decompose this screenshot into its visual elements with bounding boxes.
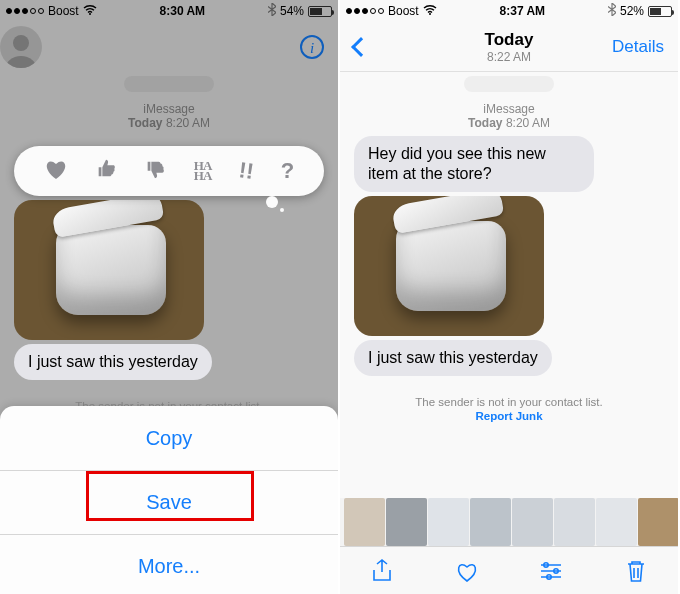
- thumbnail[interactable]: [386, 498, 427, 546]
- thumbnail[interactable]: [596, 498, 637, 546]
- action-more[interactable]: More...: [0, 534, 338, 594]
- nav-bar: Today 8:22 AM Details: [340, 22, 678, 72]
- photo-thumbnail-strip[interactable]: [340, 498, 678, 546]
- thumbnail[interactable]: [428, 498, 469, 546]
- unknown-sender-warning: The sender is not in your contact list. …: [340, 396, 678, 422]
- message-attachment-image[interactable]: [354, 196, 544, 336]
- message-bubble-outgoing[interactable]: I just saw this yesterday: [14, 344, 212, 380]
- share-icon[interactable]: [369, 558, 395, 584]
- thumbnail[interactable]: [344, 498, 385, 546]
- thumbnail[interactable]: [512, 498, 553, 546]
- action-sheet: Copy Save More...: [0, 406, 338, 594]
- battery-icon: [648, 6, 672, 17]
- timestamp-label: iMessage Today 8:20 AM: [340, 102, 678, 130]
- battery-pct: 52%: [620, 4, 644, 18]
- bluetooth-icon: [608, 3, 616, 19]
- status-bar: Boost 8:37 AM 52%: [340, 0, 678, 22]
- heart-icon[interactable]: [454, 558, 480, 584]
- screenshot-right: Boost 8:37 AM 52% Today 8:22 AM Details …: [340, 0, 680, 594]
- thumbnail[interactable]: [554, 498, 595, 546]
- tapback-haha-icon[interactable]: HA HA: [194, 161, 212, 182]
- action-save[interactable]: Save: [0, 470, 338, 534]
- tapback-question-icon[interactable]: ?: [281, 158, 294, 184]
- tapback-thumbs-down-icon[interactable]: [144, 158, 166, 185]
- back-chevron-icon[interactable]: [351, 37, 371, 57]
- trash-icon[interactable]: [623, 558, 649, 584]
- tapback-heart-icon[interactable]: [44, 158, 68, 185]
- svg-point-2: [429, 13, 431, 15]
- tapback-exclaim-icon[interactable]: !!: [237, 157, 255, 185]
- status-time: 8:37 AM: [500, 4, 546, 18]
- message-bubble-outgoing[interactable]: I just saw this yesterday: [354, 340, 552, 376]
- message-attachment-image[interactable]: [14, 200, 204, 340]
- thumbnail[interactable]: [470, 498, 511, 546]
- tapback-reaction-bar: HA HA !! ?: [14, 146, 324, 196]
- action-copy[interactable]: Copy: [0, 406, 338, 470]
- sliders-icon[interactable]: [538, 558, 564, 584]
- tapback-thumbs-up-icon[interactable]: [95, 158, 117, 185]
- wifi-icon: [423, 4, 437, 18]
- carrier-label: Boost: [388, 4, 419, 18]
- report-junk-link[interactable]: Report Junk: [340, 410, 678, 422]
- screenshot-left: Boost 8:30 AM 54% i iMessage Today 8:20 …: [0, 0, 340, 594]
- thumbnail[interactable]: [638, 498, 678, 546]
- message-bubble-incoming[interactable]: Hey did you see this new item at the sto…: [354, 136, 594, 192]
- signal-dots-icon: [346, 8, 384, 14]
- load-earlier-pill[interactable]: [464, 76, 554, 92]
- details-button[interactable]: Details: [612, 37, 664, 57]
- bottom-toolbar: [340, 546, 678, 594]
